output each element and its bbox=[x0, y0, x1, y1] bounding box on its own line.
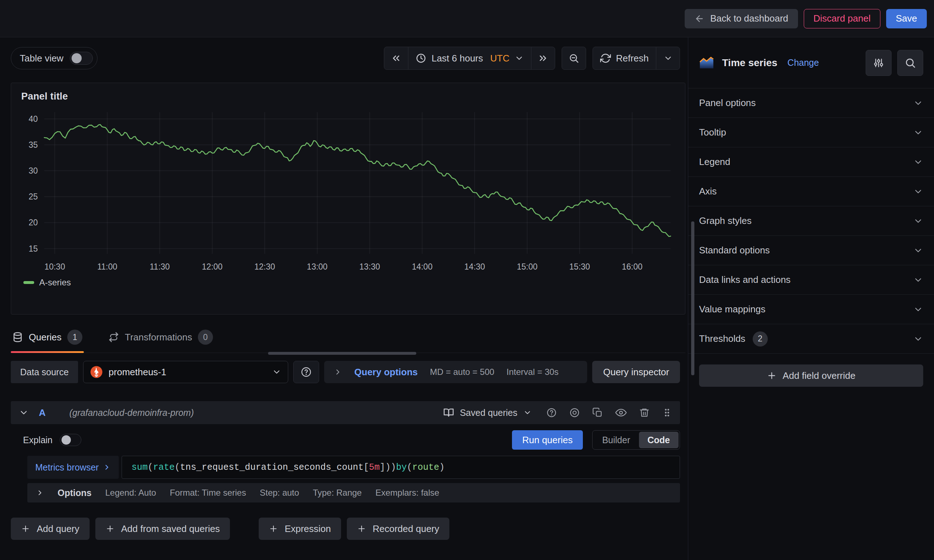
options-filter-button[interactable] bbox=[866, 50, 892, 76]
help-icon[interactable] bbox=[546, 407, 557, 418]
zoom-out-button[interactable] bbox=[562, 47, 586, 69]
section-standard-options[interactable]: Standard options bbox=[688, 236, 934, 265]
refresh-button[interactable]: Refresh bbox=[593, 47, 656, 69]
code-token: ( bbox=[174, 462, 180, 473]
back-to-dashboard-label: Back to dashboard bbox=[710, 13, 788, 24]
horizontal-scrollbar[interactable] bbox=[268, 352, 416, 355]
builder-code-switcher: Builder Code bbox=[592, 430, 680, 450]
queries-count-badge: 1 bbox=[67, 329, 82, 345]
visualization-picker[interactable]: Time series bbox=[699, 57, 778, 69]
tab-transformations[interactable]: Transformations 0 bbox=[107, 325, 215, 352]
time-range-group: Last 6 hours UTC bbox=[384, 47, 555, 70]
time-range-picker-button[interactable]: Last 6 hours UTC bbox=[408, 47, 531, 69]
code-token: rate bbox=[153, 462, 174, 473]
refresh-interval-button[interactable] bbox=[656, 47, 679, 69]
discard-panel-button[interactable]: Discard panel bbox=[804, 9, 880, 28]
explain-switch[interactable] bbox=[60, 434, 81, 446]
save-button[interactable]: Save bbox=[886, 9, 927, 28]
back-to-dashboard-button[interactable]: Back to dashboard bbox=[685, 9, 798, 28]
section-graph-styles[interactable]: Graph styles bbox=[688, 206, 934, 236]
time-shift-forward-button[interactable] bbox=[531, 47, 555, 69]
run-queries-button[interactable]: Run queries bbox=[512, 430, 582, 450]
trash-icon[interactable] bbox=[639, 407, 650, 418]
query-ref-id: A bbox=[39, 407, 46, 418]
metrics-browser-label: Metrics browser bbox=[35, 462, 99, 473]
builder-mode-option[interactable]: Builder bbox=[594, 432, 639, 448]
change-visualization-link[interactable]: Change bbox=[787, 57, 819, 68]
code-token: ) bbox=[385, 462, 391, 473]
datasource-picker[interactable]: prometheus-1 bbox=[83, 361, 288, 383]
section-data-links-and-actions[interactable]: Data links and actions bbox=[688, 265, 934, 295]
add-field-override-label: Add field override bbox=[783, 370, 855, 382]
copy-icon[interactable] bbox=[592, 407, 603, 418]
x-axis-tick: 11:30 bbox=[150, 262, 170, 271]
legend-item-a-series[interactable]: A-series bbox=[23, 277, 675, 288]
query-inspector-button[interactable]: Query inspector bbox=[592, 361, 680, 383]
vertical-scrollbar[interactable] bbox=[691, 222, 695, 375]
query-editor: Data source prometheus-1 Query options M… bbox=[11, 361, 680, 540]
search-options-button[interactable] bbox=[897, 50, 923, 76]
query-code-row: Metrics browser sum(rate(tns_request_dur… bbox=[27, 456, 680, 479]
time-controls: Last 6 hours UTC Ref bbox=[384, 47, 680, 70]
add-from-saved-queries-button[interactable]: Add from saved queries bbox=[95, 518, 230, 540]
query-options-toggle[interactable]: Query options MD = auto = 500 Interval =… bbox=[324, 361, 588, 383]
record-circle-icon[interactable] bbox=[569, 407, 580, 418]
explain-toggle[interactable]: Explain bbox=[23, 434, 81, 446]
x-axis-tick: 10:30 bbox=[44, 262, 65, 271]
query-options-summary-row[interactable]: Options Legend: AutoFormat: Time seriesS… bbox=[27, 483, 680, 503]
recorded-query-button[interactable]: Recorded query bbox=[347, 518, 449, 540]
y-axis-tick: 30 bbox=[28, 166, 38, 175]
refresh-icon bbox=[600, 53, 611, 64]
add-query-button[interactable]: Add query bbox=[11, 518, 90, 540]
time-series-chart[interactable]: 15202530354010:3011:0011:3012:0012:3013:… bbox=[21, 107, 673, 275]
datasource-name: prometheus-1 bbox=[109, 367, 266, 378]
section-value-mappings[interactable]: Value mappings bbox=[688, 295, 934, 324]
datasource-label: Data source bbox=[11, 361, 78, 383]
chevron-right-icon bbox=[103, 463, 111, 471]
code-token: tns_request_duration_seconds_count bbox=[180, 462, 363, 473]
refresh-label: Refresh bbox=[616, 53, 649, 64]
time-series-viz-icon bbox=[699, 57, 714, 69]
table-view-switch[interactable] bbox=[70, 52, 93, 65]
section-legend[interactable]: Legend bbox=[688, 148, 934, 177]
chart-area: 15202530354010:3011:0011:3012:0012:3013:… bbox=[21, 107, 675, 275]
code-token: ) bbox=[439, 462, 445, 473]
query-actions-row: Explain Run queries Builder Code bbox=[11, 430, 680, 450]
option-meta-format: Format: Time series bbox=[170, 488, 246, 498]
timezone-label: UTC bbox=[490, 53, 509, 64]
section-tooltip[interactable]: Tooltip bbox=[688, 118, 934, 148]
table-view-toggle[interactable]: Table view bbox=[11, 47, 97, 69]
saved-queries-dropdown[interactable]: Saved queries bbox=[443, 407, 532, 418]
eye-icon[interactable] bbox=[615, 407, 627, 418]
code-token: ( bbox=[148, 462, 153, 473]
section-axis[interactable]: Axis bbox=[688, 177, 934, 206]
sidebar-header: Time series Change bbox=[688, 37, 934, 88]
x-axis-tick: 12:30 bbox=[255, 262, 275, 271]
option-meta-type: Type: Range bbox=[313, 488, 361, 498]
section-label: Panel options bbox=[699, 97, 756, 109]
time-shift-back-button[interactable] bbox=[384, 47, 408, 69]
tab-queries[interactable]: Queries 1 bbox=[11, 325, 84, 352]
section-thresholds[interactable]: Thresholds2 bbox=[688, 324, 934, 354]
plus-icon bbox=[269, 524, 278, 534]
options-meta: Legend: AutoFormat: Time seriesStep: aut… bbox=[105, 488, 439, 498]
expression-button[interactable]: Expression bbox=[259, 518, 341, 540]
promql-code-input[interactable]: sum(rate(tns_request_duration_seconds_co… bbox=[122, 456, 680, 479]
section-label: Thresholds bbox=[699, 333, 746, 344]
y-axis-tick: 25 bbox=[28, 192, 38, 201]
metrics-browser-button[interactable]: Metrics browser bbox=[27, 456, 119, 479]
drag-handle-icon[interactable] bbox=[662, 407, 672, 418]
chevron-down-icon bbox=[913, 186, 923, 197]
sliders-icon bbox=[873, 57, 885, 69]
query-row-header[interactable]: A (grafanacloud-demoinfra-prom) Saved qu… bbox=[11, 401, 680, 424]
add-field-override-button[interactable]: Add field override bbox=[699, 365, 923, 387]
code-token: sum bbox=[131, 462, 148, 473]
section-panel-options[interactable]: Panel options bbox=[688, 88, 934, 118]
chevron-down-icon[interactable] bbox=[19, 408, 29, 418]
y-axis-tick: 35 bbox=[28, 140, 38, 149]
zoom-out-group bbox=[562, 47, 586, 70]
code-token: by bbox=[396, 462, 407, 473]
datasource-help-button[interactable] bbox=[293, 361, 319, 383]
code-mode-option[interactable]: Code bbox=[639, 432, 679, 448]
chevron-down-icon bbox=[913, 305, 923, 314]
